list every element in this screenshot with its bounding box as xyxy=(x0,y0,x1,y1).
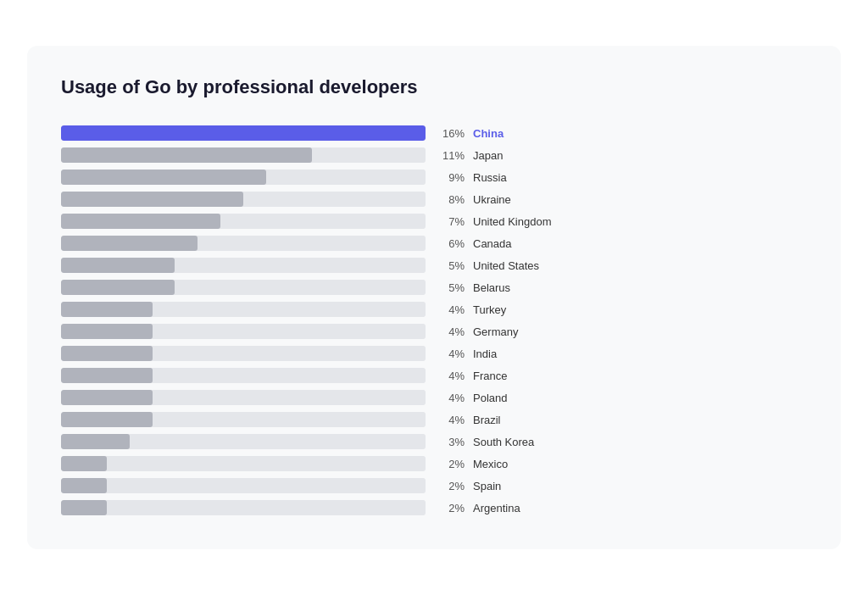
bar-row: 4%India xyxy=(61,342,807,364)
bar-track xyxy=(61,280,426,295)
bar-row: 4%Brazil xyxy=(61,409,807,431)
bar-fill xyxy=(61,456,107,471)
bar-track xyxy=(61,368,426,383)
bar-percent: 5% xyxy=(434,259,465,272)
bar-label: India xyxy=(473,348,807,360)
bar-label: Argentina xyxy=(473,502,807,514)
chart-title: Usage of Go by professional developers xyxy=(61,76,807,98)
bar-track xyxy=(61,125,426,141)
bar-label: Poland xyxy=(473,392,807,404)
bar-fill xyxy=(61,214,220,229)
bar-fill xyxy=(61,258,175,273)
bar-percent: 4% xyxy=(434,325,465,338)
bar-label: China xyxy=(473,127,807,140)
bar-track xyxy=(61,258,426,273)
bar-fill xyxy=(61,280,175,295)
bar-label: Germany xyxy=(473,325,807,338)
bar-row: 2%Spain xyxy=(61,475,807,497)
bar-row: 5%United States xyxy=(61,254,807,276)
bar-track xyxy=(61,346,426,361)
bar-track xyxy=(61,456,426,471)
bar-label: United Kingdom xyxy=(473,215,807,228)
bar-percent: 16% xyxy=(434,127,465,140)
bar-percent: 4% xyxy=(434,392,465,404)
bar-fill xyxy=(61,478,107,493)
bar-fill xyxy=(61,412,153,427)
bar-fill xyxy=(61,390,153,405)
bar-percent: 11% xyxy=(434,149,465,162)
bar-label: Turkey xyxy=(473,303,807,316)
bar-label: South Korea xyxy=(473,436,807,448)
bar-label: Mexico xyxy=(473,458,807,470)
bar-row: 6%Canada xyxy=(61,232,807,254)
bar-row: 4%France xyxy=(61,364,807,386)
bar-track xyxy=(61,214,426,229)
bar-percent: 6% xyxy=(434,237,465,250)
bar-percent: 2% xyxy=(434,458,465,470)
bar-track xyxy=(61,147,426,163)
bar-row: 11%Japan xyxy=(61,144,807,166)
bar-percent: 2% xyxy=(434,502,465,514)
bar-percent: 8% xyxy=(434,193,465,206)
bar-row: 4%Turkey xyxy=(61,298,807,320)
bar-label: France xyxy=(473,370,807,382)
bar-fill xyxy=(61,434,130,449)
bar-label: Ukraine xyxy=(473,193,807,206)
bar-row: 2%Mexico xyxy=(61,453,807,475)
chart-container: Usage of Go by professional developers 1… xyxy=(27,46,841,549)
bar-fill xyxy=(61,192,243,207)
bar-label: Russia xyxy=(473,171,807,184)
bar-track xyxy=(61,434,426,449)
bar-row: 7%United Kingdom xyxy=(61,210,807,232)
bar-fill xyxy=(61,236,198,251)
bar-percent: 7% xyxy=(434,215,465,228)
bar-row: 9%Russia xyxy=(61,166,807,188)
bar-fill xyxy=(61,170,266,185)
bar-fill xyxy=(61,368,153,383)
bar-row: 3%South Korea xyxy=(61,431,807,453)
bar-label: United States xyxy=(473,259,807,272)
bar-percent: 5% xyxy=(434,281,465,294)
bar-percent: 4% xyxy=(434,414,465,426)
bar-percent: 4% xyxy=(434,370,465,382)
bar-track xyxy=(61,192,426,207)
bar-fill xyxy=(61,324,153,339)
bar-track xyxy=(61,390,426,405)
bar-track xyxy=(61,500,426,515)
bar-fill xyxy=(61,125,426,141)
bar-track xyxy=(61,236,426,251)
bar-track xyxy=(61,324,426,339)
bar-row: 5%Belarus xyxy=(61,276,807,298)
bar-percent: 4% xyxy=(434,303,465,316)
bar-percent: 3% xyxy=(434,436,465,448)
bar-fill xyxy=(61,147,312,163)
bar-track xyxy=(61,302,426,317)
bar-row: 4%Poland xyxy=(61,386,807,409)
bar-label: Belarus xyxy=(473,281,807,294)
bar-chart: 16%China11%Japan9%Russia8%Ukraine7%Unite… xyxy=(61,122,807,519)
bar-fill xyxy=(61,500,107,515)
bar-track xyxy=(61,170,426,185)
bar-label: Spain xyxy=(473,480,807,492)
bar-fill xyxy=(61,346,153,361)
bar-fill xyxy=(61,302,153,317)
bar-label: Brazil xyxy=(473,414,807,426)
bar-percent: 9% xyxy=(434,171,465,184)
bar-label: Japan xyxy=(473,149,807,162)
bar-row: 16%China xyxy=(61,122,807,144)
bar-percent: 2% xyxy=(434,480,465,492)
bar-row: 8%Ukraine xyxy=(61,188,807,210)
bar-track xyxy=(61,478,426,493)
bar-track xyxy=(61,412,426,427)
bar-percent: 4% xyxy=(434,348,465,360)
bar-row: 4%Germany xyxy=(61,320,807,342)
bar-label: Canada xyxy=(473,237,807,250)
bar-row: 2%Argentina xyxy=(61,497,807,519)
